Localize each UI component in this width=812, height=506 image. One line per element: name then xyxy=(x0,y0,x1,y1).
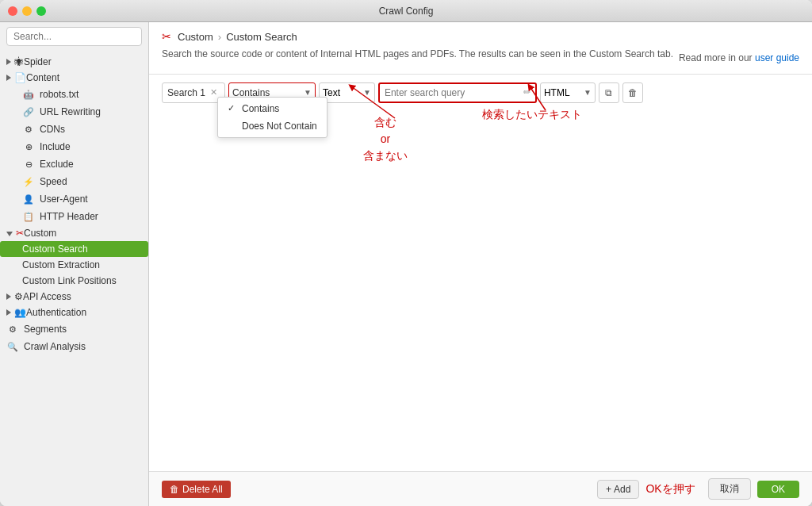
breadcrumb-separator: › xyxy=(218,31,221,43)
sidebar-item-robots-txt[interactable]: 🤖 robots.txt xyxy=(0,86,148,103)
chevron-down-icon: ▼ xyxy=(304,88,312,97)
sidebar-item-label: User-Agent xyxy=(40,194,88,205)
arrow-icon xyxy=(6,309,11,317)
arrow-icon xyxy=(6,229,13,238)
delete-button[interactable]: 🗑 xyxy=(622,82,643,103)
breadcrumb-parent: Custom xyxy=(178,31,213,43)
sidebar-item-label: Authentication xyxy=(26,307,86,318)
cancel-button[interactable]: 取消 xyxy=(708,478,751,500)
search-label-box: Search 1 ✕ xyxy=(162,82,225,103)
search-query-box: ✏ xyxy=(378,82,537,103)
arrow-icon xyxy=(6,74,11,82)
ok-button[interactable]: OK xyxy=(757,481,799,498)
sidebar-item-url-rewriting[interactable]: 🔗 URL Rewriting xyxy=(0,103,148,121)
sidebar-item-authentication[interactable]: 👥 Authentication xyxy=(0,305,148,320)
sidebar-item-label: Segments xyxy=(24,324,67,335)
minimize-button[interactable] xyxy=(22,6,32,16)
user-guide-link[interactable]: user guide xyxy=(755,52,799,63)
sidebar-item-http-header[interactable]: 📋 HTTP Header xyxy=(0,208,148,225)
sidebar-item-api-access[interactable]: ⚙ API Access xyxy=(0,289,148,305)
maximize-button[interactable] xyxy=(36,6,46,16)
sidebar-item-label: CDNs xyxy=(40,124,65,135)
query-annotation: 検索したいテキスト xyxy=(482,106,582,123)
contains-option[interactable]: ✓ Contains xyxy=(218,100,327,117)
contains-option-label: Contains xyxy=(242,103,279,114)
title-bar: Crawl Config xyxy=(0,0,812,22)
sidebar-item-custom-group[interactable]: ✂ Custom xyxy=(0,225,148,241)
crawl-icon: 🔍 xyxy=(6,340,19,353)
sidebar-item-cdns[interactable]: ⚙ CDNs xyxy=(0,121,148,138)
add-icon: + xyxy=(606,484,611,495)
scissors-icon: ✂ xyxy=(16,228,24,239)
http-icon: 📋 xyxy=(22,210,35,223)
ok-annotation: OKを押す xyxy=(645,482,695,496)
close-button[interactable] xyxy=(8,6,17,16)
arrow-icon xyxy=(6,293,11,301)
format-select[interactable]: HTML PDF Both xyxy=(544,87,582,98)
main-content: ✂ Custom › Custom Search Read more in ou… xyxy=(149,22,812,506)
sidebar-item-segments[interactable]: ⚙ Segments xyxy=(0,320,148,338)
sidebar-nav: 🕷 Spider 📄 Content 🤖 robots.txt 🔗 URL Re… xyxy=(0,51,148,506)
sidebar-search-container xyxy=(0,22,148,51)
sidebar-item-label: Exclude xyxy=(40,159,74,170)
url-icon: 🔗 xyxy=(22,105,35,118)
format-dropdown[interactable]: HTML PDF Both ▼ xyxy=(540,82,596,103)
breadcrumb-current: Custom Search xyxy=(226,31,297,43)
search-label-text: Search 1 xyxy=(167,87,205,98)
spider-icon: 🕷 xyxy=(14,56,24,67)
window-title: Crawl Config xyxy=(379,6,434,17)
remove-search-button[interactable]: ✕ xyxy=(210,87,217,98)
sidebar-item-include[interactable]: ⊕ Include xyxy=(0,138,148,155)
breadcrumb: ✂ Custom › Custom Search xyxy=(162,30,799,43)
delete-all-button[interactable]: 🗑 Delete All xyxy=(162,481,231,498)
add-label: Add xyxy=(614,484,630,495)
top-info: Read more in our user guide xyxy=(679,52,799,63)
top-info-text: Read more in our xyxy=(679,52,753,63)
sidebar-item-label: Include xyxy=(40,141,71,152)
sidebar-item-label: Crawl Analysis xyxy=(24,341,86,352)
auth-icon: 👥 xyxy=(14,307,26,318)
sidebar-item-custom-extraction[interactable]: Custom Extraction xyxy=(0,257,148,273)
trash-icon: 🗑 xyxy=(170,484,179,495)
does-not-contain-label: Does Not Contain xyxy=(242,121,317,132)
edit-icon: ✏ xyxy=(523,87,530,98)
dropdown-annotation: 含む or 含まない xyxy=(363,114,408,164)
chevron-down-icon: ▼ xyxy=(363,88,371,97)
include-icon: ⊕ xyxy=(22,140,35,153)
type-select[interactable]: Text Regex xyxy=(323,87,362,98)
sidebar-item-label: HTTP Header xyxy=(40,211,98,222)
sidebar-item-crawl-analysis[interactable]: 🔍 Crawl Analysis xyxy=(0,338,148,355)
api-icon: ⚙ xyxy=(14,291,23,302)
footer-right: + Add OKを押す 取消 OK xyxy=(597,478,799,500)
sidebar-item-label: Custom Link Positions xyxy=(22,275,117,286)
sidebar-item-speed[interactable]: ⚡ Speed xyxy=(0,173,148,190)
cdns-icon: ⚙ xyxy=(22,123,35,136)
add-button[interactable]: + Add xyxy=(597,480,639,499)
sidebar-item-exclude[interactable]: ⊖ Exclude xyxy=(0,155,148,173)
sidebar-search-input[interactable] xyxy=(6,27,142,46)
does-not-contain-option[interactable]: Does Not Contain xyxy=(218,117,327,135)
sidebar-item-label: Custom Extraction xyxy=(22,259,100,270)
content-body: Search 1 ✕ Contains ▼ Text Regex ▼ xyxy=(149,75,812,471)
sidebar-item-custom-link-positions[interactable]: Custom Link Positions xyxy=(0,273,148,289)
content-header: ✂ Custom › Custom Search Read more in ou… xyxy=(149,22,812,75)
check-icon: ✓ xyxy=(228,103,237,113)
copy-button[interactable]: ⧉ xyxy=(599,82,619,103)
arrow-icon xyxy=(6,58,11,67)
sidebar-item-spider[interactable]: 🕷 Spider xyxy=(0,54,148,70)
sidebar-item-label: Spider xyxy=(24,56,52,67)
segments-icon: ⚙ xyxy=(6,323,19,335)
sidebar-item-label: Custom Search xyxy=(22,243,88,255)
sidebar-item-label: Content xyxy=(26,72,59,83)
sidebar-item-content[interactable]: 📄 Content xyxy=(0,70,148,86)
sidebar-item-label: robots.txt xyxy=(40,89,79,100)
scissors-breadcrumb-icon: ✂ xyxy=(162,30,171,43)
content-footer: 🗑 Delete All + Add OKを押す 取消 OK xyxy=(149,471,812,506)
search-query-input[interactable] xyxy=(385,87,520,98)
contains-dropdown-popup: ✓ Contains Does Not Contain xyxy=(217,97,327,138)
sidebar-item-user-agent[interactable]: 👤 User-Agent xyxy=(0,190,148,208)
robots-icon: 🤖 xyxy=(22,88,35,101)
window-controls xyxy=(8,6,46,16)
sidebar-item-custom-search[interactable]: Custom Search xyxy=(0,241,148,257)
sidebar-item-label: API Access xyxy=(23,291,71,302)
